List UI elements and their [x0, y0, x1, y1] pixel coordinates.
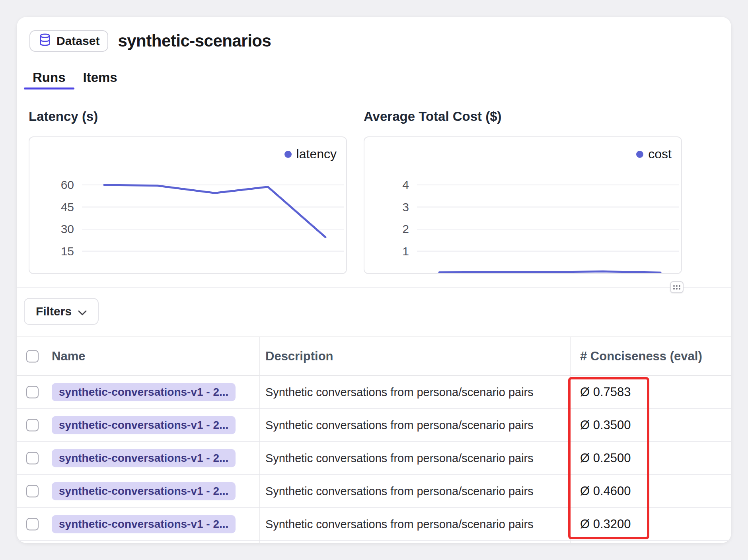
table-row[interactable]: synthetic-conversations-v1 - 2... Synthe… [17, 475, 731, 508]
svg-text:1: 1 [402, 245, 409, 258]
legend-dot-icon [284, 151, 292, 158]
tab-items-label: Items [83, 70, 117, 85]
column-header-description[interactable]: Description [265, 349, 333, 364]
filters-button[interactable]: Filters [24, 298, 99, 325]
table-row[interactable]: synthetic-conversations-v1 - 2... Synthe… [17, 409, 731, 442]
svg-text:4: 4 [402, 178, 409, 191]
run-description: Synthetic conversations from persona/sce… [265, 451, 564, 465]
cost-line-chart: 1234 [364, 137, 681, 273]
grip-dots-icon [673, 285, 680, 290]
dataset-badge-label: Dataset [56, 34, 99, 48]
cost-legend-label: cost [648, 147, 672, 161]
run-description: Synthetic conversations from persona/sce… [265, 385, 564, 399]
run-name-link[interactable]: synthetic-conversations-v1 - 2... [52, 515, 236, 533]
charts-section: Latency (s) 15304560 latency Average Tot… [29, 108, 731, 274]
row-checkbox[interactable] [26, 518, 39, 530]
run-description: Synthetic conversations from persona/sce… [265, 418, 564, 432]
row-checkbox[interactable] [26, 485, 39, 497]
row-checkbox[interactable] [26, 452, 39, 464]
latency-legend-label: latency [296, 147, 337, 161]
runs-table: Name Description # Conciseness (eval) sy… [17, 336, 731, 541]
tab-items[interactable]: Items [74, 65, 126, 89]
conciseness-value: Ø 0.3500 [580, 418, 631, 432]
conciseness-value: Ø 0.7583 [580, 385, 631, 399]
column-divider [259, 337, 260, 544]
table-header-row: Name Description # Conciseness (eval) [17, 337, 731, 376]
run-description: Synthetic conversations from persona/sce… [265, 517, 564, 531]
divider [17, 287, 731, 288]
chevron-down-icon [78, 305, 87, 318]
tabs: Runs Items [24, 65, 731, 89]
conciseness-value: Ø 0.3200 [580, 517, 631, 531]
run-name-link[interactable]: synthetic-conversations-v1 - 2... [52, 416, 236, 434]
svg-text:30: 30 [61, 222, 74, 235]
svg-text:2: 2 [402, 222, 409, 235]
column-header-name[interactable]: Name [52, 349, 85, 364]
database-icon [38, 33, 52, 49]
column-header-conciseness[interactable]: # Conciseness (eval) [580, 349, 702, 364]
dataset-card: Dataset synthetic-scenarios Runs Items L… [17, 17, 731, 543]
latency-legend: latency [284, 147, 337, 161]
svg-text:15: 15 [61, 245, 74, 258]
page-title: synthetic-scenarios [118, 31, 271, 51]
cost-chart: 1234 cost [364, 136, 682, 274]
drag-handle[interactable] [670, 281, 684, 293]
dataset-badge: Dataset [29, 30, 108, 52]
page-header: Dataset synthetic-scenarios [17, 17, 731, 52]
tab-runs-label: Runs [33, 70, 66, 85]
table-row[interactable]: synthetic-conversations-v1 - 2... Synthe… [17, 376, 731, 409]
run-name-link[interactable]: synthetic-conversations-v1 - 2... [52, 449, 236, 467]
cost-legend: cost [636, 147, 672, 161]
conciseness-value: Ø 0.2500 [580, 451, 631, 465]
latency-chart-block: Latency (s) 15304560 latency [29, 108, 347, 274]
row-checkbox[interactable] [26, 419, 39, 431]
svg-text:60: 60 [61, 178, 74, 191]
run-name-link[interactable]: synthetic-conversations-v1 - 2... [52, 383, 236, 401]
run-description: Synthetic conversations from persona/sce… [265, 484, 564, 498]
table-body: synthetic-conversations-v1 - 2... Synthe… [17, 376, 731, 541]
latency-chart-title: Latency (s) [29, 108, 347, 125]
latency-chart: 15304560 latency [29, 136, 347, 274]
cost-chart-block: Average Total Cost ($) 1234 cost [364, 108, 682, 274]
svg-text:45: 45 [61, 200, 74, 214]
filters-button-label: Filters [36, 305, 72, 318]
table-row[interactable]: synthetic-conversations-v1 - 2... Synthe… [17, 442, 731, 475]
row-checkbox[interactable] [26, 386, 39, 398]
column-divider [570, 337, 571, 544]
select-all-checkbox[interactable] [26, 350, 39, 362]
tab-runs[interactable]: Runs [24, 65, 74, 89]
cost-chart-title: Average Total Cost ($) [364, 108, 682, 125]
svg-text:3: 3 [402, 200, 409, 214]
run-name-link[interactable]: synthetic-conversations-v1 - 2... [52, 482, 236, 500]
conciseness-value: Ø 0.4600 [580, 484, 631, 498]
table-row[interactable]: synthetic-conversations-v1 - 2... Synthe… [17, 508, 731, 541]
legend-dot-icon [636, 151, 643, 158]
